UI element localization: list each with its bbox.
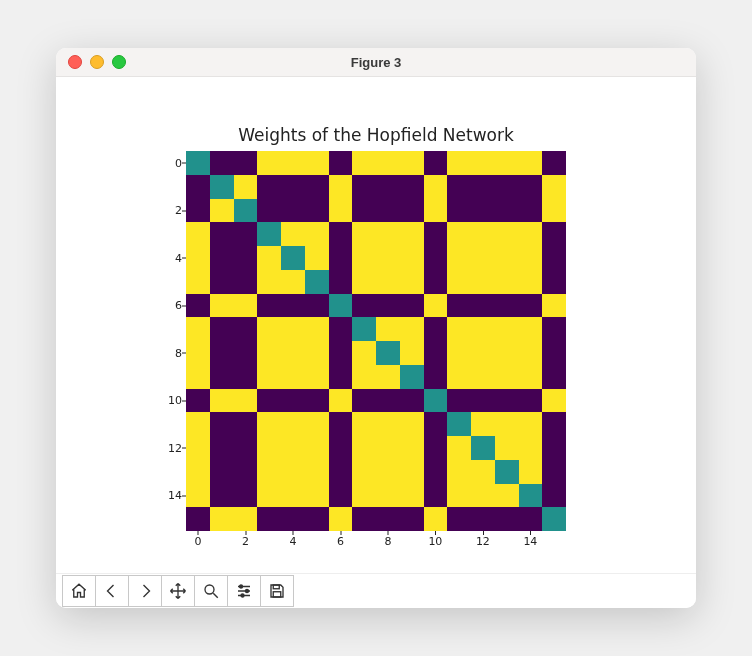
home-button[interactable] xyxy=(62,575,96,607)
heatmap-cell xyxy=(234,199,258,223)
heatmap-cell xyxy=(542,317,566,341)
heatmap-cell xyxy=(471,246,495,270)
heatmap-cell xyxy=(186,199,210,223)
heatmap-cell xyxy=(210,294,234,318)
heatmap-cell xyxy=(234,175,258,199)
heatmap-cell xyxy=(424,460,448,484)
heatmap-cell xyxy=(234,507,258,531)
heatmap-cell xyxy=(210,175,234,199)
heatmap-cell xyxy=(329,199,353,223)
x-tick-label: 2 xyxy=(242,535,249,548)
heatmap-cell xyxy=(352,507,376,531)
heatmap-cell xyxy=(305,460,329,484)
y-tick-label: 0 xyxy=(156,156,182,169)
back-button[interactable] xyxy=(95,575,129,607)
heatmap-cell xyxy=(305,341,329,365)
heatmap-cell xyxy=(210,460,234,484)
heatmap-cell xyxy=(542,175,566,199)
x-tick-label: 12 xyxy=(476,535,490,548)
y-tick-label: 12 xyxy=(156,441,182,454)
titlebar: Figure 3 xyxy=(56,48,696,77)
heatmap-cell xyxy=(495,246,519,270)
heatmap-cell xyxy=(186,484,210,508)
heatmap-cell xyxy=(424,412,448,436)
svg-point-1 xyxy=(240,585,243,588)
zoom-icon xyxy=(202,582,220,600)
heatmap-cell xyxy=(519,412,543,436)
heatmap-cell xyxy=(186,507,210,531)
heatmap-cell xyxy=(305,507,329,531)
heatmap-cell xyxy=(424,389,448,413)
heatmap-cell xyxy=(305,436,329,460)
heatmap-cell xyxy=(281,436,305,460)
heatmap-cell xyxy=(447,151,471,175)
heatmap-cell xyxy=(542,460,566,484)
heatmap-cell xyxy=(257,151,281,175)
heatmap-cell xyxy=(352,294,376,318)
svg-point-3 xyxy=(241,594,244,597)
heatmap-cell xyxy=(234,484,258,508)
x-tick-label: 10 xyxy=(428,535,442,548)
heatmap-cell xyxy=(400,436,424,460)
heatmap-cell xyxy=(400,151,424,175)
heatmap-cell xyxy=(447,270,471,294)
heatmap-cell xyxy=(447,412,471,436)
window-controls xyxy=(56,55,126,69)
heatmap-cell xyxy=(234,294,258,318)
heatmap-cell xyxy=(281,389,305,413)
heatmap-cell xyxy=(210,341,234,365)
heatmap-cell xyxy=(257,294,281,318)
heatmap-cell xyxy=(376,294,400,318)
zoom-button[interactable] xyxy=(194,575,228,607)
heatmap-cell xyxy=(495,222,519,246)
heatmap-cell xyxy=(400,365,424,389)
heatmap-cell xyxy=(519,460,543,484)
heatmap-cell xyxy=(519,389,543,413)
heatmap-cell xyxy=(257,341,281,365)
heatmap-cell xyxy=(329,460,353,484)
forward-button[interactable] xyxy=(128,575,162,607)
heatmap-cell xyxy=(495,436,519,460)
heatmap-cell xyxy=(376,246,400,270)
heatmap-cell xyxy=(352,175,376,199)
heatmap-cell xyxy=(329,365,353,389)
heatmap-cell xyxy=(186,151,210,175)
heatmap-cell xyxy=(400,294,424,318)
save-button[interactable] xyxy=(260,575,294,607)
heatmap xyxy=(186,151,566,531)
heatmap-cell xyxy=(305,270,329,294)
pan-button[interactable] xyxy=(161,575,195,607)
heatmap-cell xyxy=(352,412,376,436)
heatmap-cell xyxy=(542,412,566,436)
heatmap-cell xyxy=(352,341,376,365)
heatmap-cell xyxy=(495,412,519,436)
heatmap-cell xyxy=(329,151,353,175)
heatmap-cell xyxy=(542,389,566,413)
heatmap-cell xyxy=(376,270,400,294)
heatmap-cell xyxy=(400,484,424,508)
heatmap-cell xyxy=(447,389,471,413)
heatmap-cell xyxy=(305,317,329,341)
heatmap-cell xyxy=(234,317,258,341)
maximize-icon[interactable] xyxy=(112,55,126,69)
x-tick-label: 6 xyxy=(337,535,344,548)
heatmap-cell xyxy=(519,484,543,508)
heatmap-cell xyxy=(471,294,495,318)
heatmap-cell xyxy=(257,507,281,531)
heatmap-cell xyxy=(234,270,258,294)
heatmap-cell xyxy=(447,222,471,246)
heatmap-cell xyxy=(186,270,210,294)
heatmap-cell xyxy=(257,460,281,484)
minimize-icon[interactable] xyxy=(90,55,104,69)
configure-button[interactable] xyxy=(227,575,261,607)
heatmap-cell xyxy=(210,365,234,389)
heatmap-cell xyxy=(495,341,519,365)
heatmap-cell xyxy=(210,484,234,508)
heatmap-cell xyxy=(281,365,305,389)
heatmap-cell xyxy=(329,222,353,246)
heatmap-cell xyxy=(447,246,471,270)
figure-canvas[interactable]: Weights of the Hopfield Network 02468101… xyxy=(56,77,696,573)
heatmap-cell xyxy=(447,317,471,341)
heatmap-cell xyxy=(519,246,543,270)
close-icon[interactable] xyxy=(68,55,82,69)
